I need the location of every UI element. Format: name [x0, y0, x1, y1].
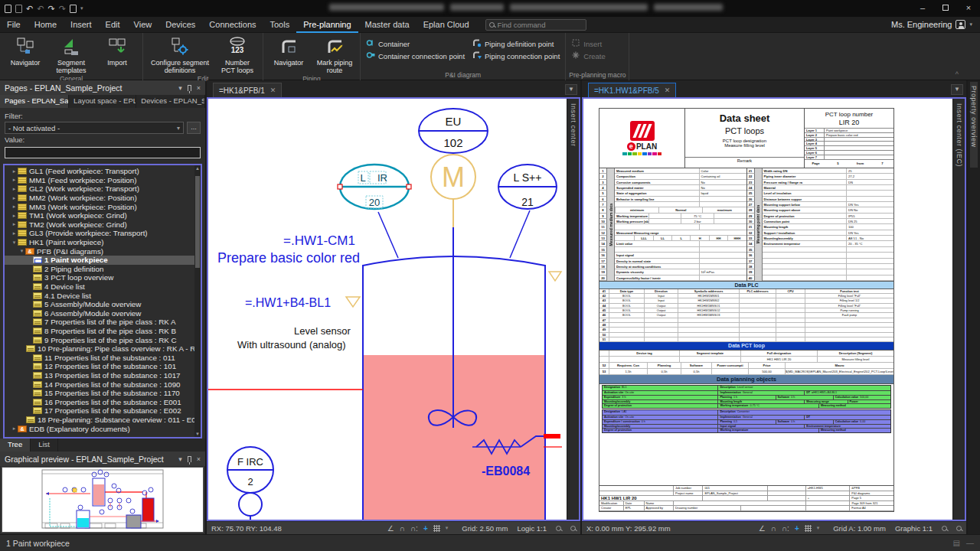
combo-caret-icon[interactable]: ▾: [177, 125, 180, 132]
tree-item[interactable]: 9 Properties list of the pipe class : RK…: [5, 335, 194, 344]
tree-item[interactable]: ▸GL2 (Work workpiece: Transport): [5, 184, 194, 194]
piping-connection-point-button[interactable]: Piping connection point: [470, 50, 562, 62]
tree-item[interactable]: ▾HK1 (Paint workpiece): [5, 238, 194, 247]
tree-item[interactable]: 7 Properties list of the pipe class : RK…: [5, 318, 194, 327]
tree-item[interactable]: 4 Device list: [5, 282, 194, 292]
property-overview-tab[interactable]: Property overview: [970, 82, 978, 168]
restore-button[interactable]: [934, 0, 957, 17]
tree-expander-icon[interactable]: ▸: [11, 425, 18, 432]
motor-symbol[interactable]: M: [431, 155, 475, 199]
zoom-in-icon[interactable]: [556, 526, 561, 531]
menu-devices[interactable]: Devices: [158, 17, 202, 33]
grid-display-icon[interactable]: [805, 525, 812, 532]
navigator-button[interactable]: Navigator: [3, 34, 47, 67]
value-input[interactable]: [5, 147, 201, 158]
tree-expander-icon[interactable]: ▸: [11, 213, 18, 219]
tree-expander-icon[interactable]: ▸: [11, 230, 18, 236]
tab-datasheet-page[interactable]: =HK1.HW1&PFB/5 ✕: [588, 83, 676, 97]
search-input[interactable]: [498, 21, 574, 29]
tree-item[interactable]: ▸TM1 (Work workpiece: Grind): [5, 211, 194, 220]
panel-menu-caret-icon[interactable]: ▾: [178, 84, 182, 92]
menu-master-data[interactable]: Master data: [358, 17, 416, 33]
tab-list[interactable]: List: [31, 439, 58, 452]
tree-item[interactable]: ▸GL1 (Feed workpiece: Transport): [5, 167, 194, 176]
datasheet-canvas[interactable]: ePLAN Data sheet PCT loops PCT loop desi…: [583, 99, 952, 520]
number-button[interactable]: 123NumberPCT loops: [215, 34, 260, 74]
ribbon-collapse-icon[interactable]: ^: [956, 70, 959, 78]
menu-file[interactable]: File: [0, 17, 28, 33]
selection-handle-left[interactable]: [338, 184, 342, 189]
tree-item[interactable]: 4.1 Device list: [5, 291, 194, 300]
grid-caret-icon[interactable]: ▾: [817, 525, 820, 531]
undo-history-icon[interactable]: ↶: [37, 5, 44, 13]
preview-pin-icon[interactable]: [188, 456, 191, 462]
tree-item[interactable]: 12 Properties list of the substance : 10…: [5, 362, 194, 371]
selection-handle-right[interactable]: [407, 184, 411, 189]
instrument-firc-2[interactable]: F IRC 2: [227, 447, 273, 520]
snap-to-grid-icon[interactable]: +: [795, 524, 799, 533]
mark-piping-button[interactable]: Mark pipingroute: [312, 34, 357, 74]
cm-label[interactable]: =.HW1-CM1: [283, 233, 355, 248]
tab-pid-page[interactable]: =HK1&PFB/1 ✕: [213, 83, 282, 97]
object-snap-icon[interactable]: ∩: [771, 524, 776, 533]
minimize-button[interactable]: –: [911, 0, 934, 17]
tab-tree[interactable]: Tree: [0, 439, 31, 452]
zoom-in-icon[interactable]: [942, 526, 947, 531]
find-command-search[interactable]: [485, 19, 586, 31]
object-snap-alt-icon[interactable]: ∩:: [410, 524, 418, 533]
tree-item[interactable]: 10 Pre-planning: Pipe class overview : R…: [5, 344, 194, 354]
container-button[interactable]: Container: [364, 37, 467, 50]
graphical-preview[interactable]: [2, 467, 204, 533]
menu-eplan-cloud[interactable]: Eplan Cloud: [416, 17, 476, 33]
instrument-ls-21[interactable]: L S++ 21: [498, 165, 557, 258]
menu-connections[interactable]: Connections: [202, 17, 263, 33]
new-document-icon[interactable]: [5, 5, 11, 13]
tree-item[interactable]: ▸GL3 (Provide workpiece: Transport): [5, 229, 194, 238]
tree-item[interactable]: ▸MM3 (Work workpiece: Position): [5, 202, 194, 211]
menu-pre-planning[interactable]: Pre-planning: [296, 17, 358, 33]
tree-item[interactable]: 16 Properties list of the substance : E0…: [5, 397, 194, 406]
tree-item[interactable]: 5 Assembly/Module overview: [5, 300, 194, 309]
tree-item[interactable]: 1 Paint workpiece: [5, 256, 194, 265]
qat-customize-icon[interactable]: ▾: [80, 5, 83, 11]
status-collapse-icon[interactable]: —: [966, 539, 974, 547]
piping-definition-point-button[interactable]: Piping definition point: [470, 37, 562, 50]
menu-home[interactable]: Home: [28, 17, 64, 33]
tree-item[interactable]: 8 Properties list of the pipe class : RK…: [5, 327, 194, 336]
layout-icon[interactable]: ▤: [953, 539, 960, 547]
tree-expander-icon[interactable]: ▸: [11, 168, 18, 174]
navigator-tab-1[interactable]: Layout space - EPLAN...: [69, 95, 136, 108]
insert-center-strip[interactable]: Insert center: [567, 99, 579, 520]
configure-segment-button[interactable]: Configure segmentdefinitions: [146, 34, 214, 74]
filter-more-button[interactable]: ...: [187, 122, 201, 134]
angle-snap-icon[interactable]: ∠: [387, 524, 394, 533]
cm-description[interactable]: Prepare basic color red: [217, 250, 360, 266]
tree-expander-icon[interactable]: ▸: [11, 195, 18, 201]
navigator-tab-2[interactable]: Devices - EPLAN_Sam...: [136, 95, 205, 108]
tab-close-icon[interactable]: ✕: [270, 86, 276, 94]
tree-item[interactable]: 6 Assembly/Module overview: [5, 309, 194, 318]
instrument-eu-102[interactable]: EU 102: [419, 109, 488, 153]
menu-insert[interactable]: Insert: [64, 17, 99, 33]
menu-tools[interactable]: Tools: [263, 17, 297, 33]
preview-close-icon[interactable]: ×: [197, 455, 201, 463]
angle-snap-icon[interactable]: ∠: [759, 524, 766, 533]
object-snap-alt-icon[interactable]: ∩:: [782, 524, 789, 533]
redo-icon[interactable]: ↷: [47, 5, 54, 13]
tree-item[interactable]: 11 Properties list of the substance : 01…: [5, 353, 194, 362]
tab-close-icon[interactable]: ✕: [665, 86, 671, 94]
panel-close-icon[interactable]: ×: [197, 84, 201, 92]
tree-scrollbar[interactable]: ▲ ▼: [194, 165, 201, 437]
tree-item[interactable]: 14 Properties list of the substance : 10…: [5, 380, 194, 389]
close-project-icon[interactable]: [70, 5, 77, 13]
tree-expander-icon[interactable]: ▾: [11, 240, 18, 246]
tree-item[interactable]: ▸MM2 (Work workpiece: Position): [5, 194, 194, 203]
open-document-icon[interactable]: [15, 5, 22, 13]
menu-view[interactable]: View: [127, 17, 159, 33]
tab-list-caret-icon[interactable]: ▼: [951, 84, 963, 95]
navigator-tab-0[interactable]: Pages - EPLAN_Sampl...: [0, 95, 69, 108]
preview-menu-caret-icon[interactable]: ▾: [178, 455, 182, 463]
tree-item[interactable]: ▾&PFB (P&I diagrams): [5, 246, 194, 256]
object-snap-icon[interactable]: ∩: [400, 524, 405, 533]
tree-item[interactable]: 15 Properties list of the substance : 11…: [5, 389, 194, 398]
